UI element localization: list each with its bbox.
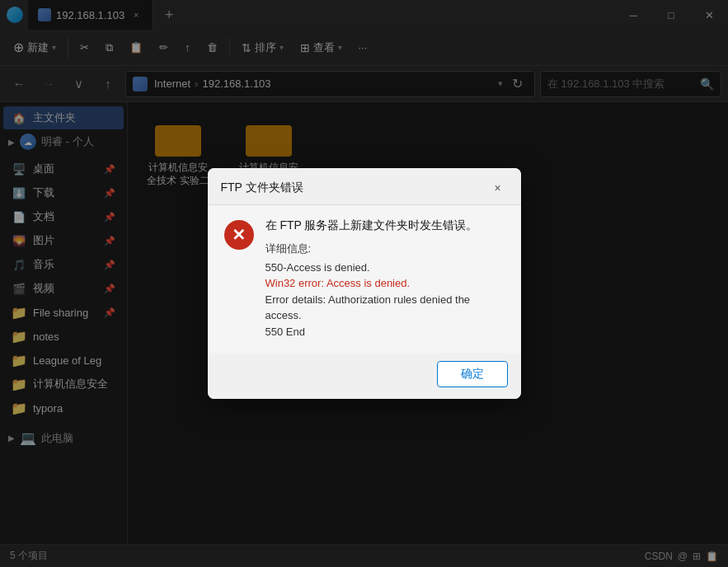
modal-text-area: 在 FTP 服务器上新建文件夹时发生错误。 详细信息: 550-Access i… [265, 218, 505, 340]
modal-close-btn[interactable]: × [488, 178, 508, 198]
modal-body: ✕ 在 FTP 服务器上新建文件夹时发生错误。 详细信息: 550-Access… [208, 205, 521, 354]
modal-footer: 确定 [208, 353, 521, 399]
modal-main-msg: 在 FTP 服务器上新建文件夹时发生错误。 [265, 218, 505, 233]
modal-overlay: FTP 文件夹错误 × ✕ 在 FTP 服务器上新建文件夹时发生错误。 详细信息… [0, 0, 728, 567]
error-icon: ✕ [224, 220, 254, 250]
modal-ok-btn[interactable]: 确定 [437, 361, 508, 387]
modal-detail-line-2: Win32 error: Access is denied. [265, 275, 505, 292]
modal-content-row: ✕ 在 FTP 服务器上新建文件夹时发生错误。 详细信息: 550-Access… [224, 218, 505, 340]
modal-title-bar: FTP 文件夹错误 × [208, 168, 521, 205]
modal-detail-label: 详细信息: [265, 241, 505, 256]
modal-title: FTP 文件夹错误 [221, 180, 303, 195]
modal-detail-line-1: 550-Access is denied. [265, 260, 505, 276]
modal-detail-line-3: Error details: Authorization rules denie… [265, 292, 505, 324]
ftp-error-modal: FTP 文件夹错误 × ✕ 在 FTP 服务器上新建文件夹时发生错误。 详细信息… [208, 168, 521, 400]
modal-detail-line-4: 550 End [265, 324, 505, 340]
